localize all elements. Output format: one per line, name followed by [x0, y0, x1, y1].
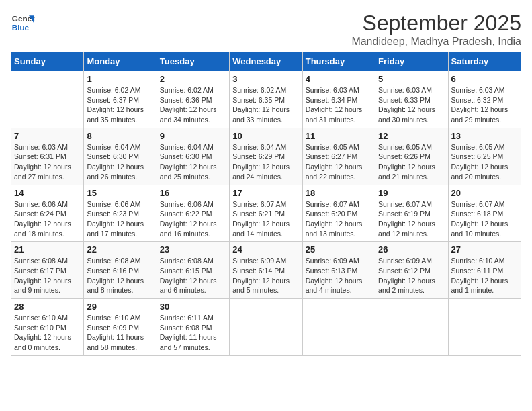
- day-info: Sunrise: 6:09 AM Sunset: 6:12 PM Dayligh…: [378, 256, 445, 295]
- day-number: 23: [160, 244, 226, 255]
- day-info: Sunrise: 6:06 AM Sunset: 6:23 PM Dayligh…: [87, 199, 153, 239]
- day-number: 22: [87, 244, 153, 255]
- day-number: 20: [451, 188, 518, 198]
- day-info: Sunrise: 6:10 AM Sunset: 6:11 PM Dayligh…: [451, 256, 518, 295]
- day-number: 8: [87, 131, 153, 141]
- calendar-day-cell: 27Sunrise: 6:10 AM Sunset: 6:11 PM Dayli…: [448, 242, 521, 299]
- day-info: Sunrise: 6:05 AM Sunset: 6:27 PM Dayligh…: [306, 142, 372, 182]
- calendar-day-cell: 13Sunrise: 6:05 AM Sunset: 6:25 PM Dayli…: [448, 128, 521, 185]
- day-info: Sunrise: 6:07 AM Sunset: 6:20 PM Dayligh…: [306, 199, 372, 239]
- day-info: Sunrise: 6:02 AM Sunset: 6:37 PM Dayligh…: [87, 85, 153, 125]
- month-title: September 2025: [351, 11, 521, 36]
- calendar-day-cell: 12Sunrise: 6:05 AM Sunset: 6:26 PM Dayli…: [375, 128, 448, 185]
- day-of-week-header: Sunday: [11, 52, 84, 71]
- day-info: Sunrise: 6:10 AM Sunset: 6:10 PM Dayligh…: [14, 313, 81, 353]
- calendar-day-cell: 18Sunrise: 6:07 AM Sunset: 6:20 PM Dayli…: [302, 185, 375, 242]
- day-info: Sunrise: 6:07 AM Sunset: 6:18 PM Dayligh…: [451, 199, 518, 239]
- day-info: Sunrise: 6:07 AM Sunset: 6:21 PM Dayligh…: [232, 199, 299, 239]
- day-number: 3: [232, 74, 299, 84]
- calendar-week-row: 1Sunrise: 6:02 AM Sunset: 6:37 PM Daylig…: [11, 71, 521, 128]
- calendar-week-row: 7Sunrise: 6:03 AM Sunset: 6:31 PM Daylig…: [11, 128, 521, 185]
- day-of-week-header: Thursday: [302, 52, 375, 71]
- day-info: Sunrise: 6:10 AM Sunset: 6:09 PM Dayligh…: [87, 313, 153, 353]
- calendar-day-cell: [230, 299, 302, 356]
- day-number: 29: [87, 302, 153, 312]
- calendar-day-cell: 20Sunrise: 6:07 AM Sunset: 6:18 PM Dayli…: [448, 185, 521, 242]
- day-info: Sunrise: 6:05 AM Sunset: 6:26 PM Dayligh…: [378, 142, 445, 182]
- day-info: Sunrise: 6:03 AM Sunset: 6:32 PM Dayligh…: [451, 85, 518, 125]
- day-info: Sunrise: 6:08 AM Sunset: 6:15 PM Dayligh…: [160, 256, 226, 295]
- day-number: 10: [232, 131, 299, 141]
- day-info: Sunrise: 6:06 AM Sunset: 6:24 PM Dayligh…: [14, 199, 81, 239]
- day-info: Sunrise: 6:04 AM Sunset: 6:30 PM Dayligh…: [87, 142, 153, 182]
- day-number: 28: [14, 302, 81, 312]
- calendar-day-cell: 30Sunrise: 6:11 AM Sunset: 6:08 PM Dayli…: [157, 299, 229, 356]
- calendar-week-row: 21Sunrise: 6:08 AM Sunset: 6:17 PM Dayli…: [11, 242, 521, 299]
- day-number: 14: [14, 188, 81, 198]
- day-info: Sunrise: 6:04 AM Sunset: 6:29 PM Dayligh…: [232, 142, 299, 182]
- calendar-day-cell: [11, 71, 84, 128]
- calendar-day-cell: 3Sunrise: 6:02 AM Sunset: 6:35 PM Daylig…: [230, 71, 302, 128]
- day-number: 25: [306, 244, 372, 255]
- page-header: General Blue September 2025 Mandideep, M…: [11, 11, 521, 48]
- logo-icon: General Blue: [11, 11, 35, 35]
- day-info: Sunrise: 6:02 AM Sunset: 6:36 PM Dayligh…: [160, 85, 226, 125]
- day-of-week-header: Tuesday: [157, 52, 229, 71]
- day-info: Sunrise: 6:09 AM Sunset: 6:13 PM Dayligh…: [306, 256, 372, 295]
- day-of-week-header: Friday: [375, 52, 448, 71]
- day-number: 16: [160, 188, 226, 198]
- calendar-day-cell: [375, 299, 448, 356]
- calendar-day-cell: 8Sunrise: 6:04 AM Sunset: 6:30 PM Daylig…: [84, 128, 157, 185]
- day-number: 19: [378, 188, 445, 198]
- day-number: 5: [378, 74, 445, 84]
- day-info: Sunrise: 6:08 AM Sunset: 6:17 PM Dayligh…: [14, 256, 81, 295]
- calendar-day-cell: 22Sunrise: 6:08 AM Sunset: 6:16 PM Dayli…: [84, 242, 157, 299]
- calendar-table: SundayMondayTuesdayWednesdayThursdayFrid…: [11, 52, 521, 356]
- calendar-day-cell: 28Sunrise: 6:10 AM Sunset: 6:10 PM Dayli…: [11, 299, 84, 356]
- day-number: 13: [451, 131, 518, 141]
- calendar-day-cell: 17Sunrise: 6:07 AM Sunset: 6:21 PM Dayli…: [230, 185, 302, 242]
- day-number: 11: [306, 131, 372, 141]
- day-number: 18: [306, 188, 372, 198]
- calendar-day-cell: 7Sunrise: 6:03 AM Sunset: 6:31 PM Daylig…: [11, 128, 84, 185]
- calendar-day-cell: 11Sunrise: 6:05 AM Sunset: 6:27 PM Dayli…: [302, 128, 375, 185]
- day-info: Sunrise: 6:03 AM Sunset: 6:31 PM Dayligh…: [14, 142, 81, 182]
- calendar-day-cell: 2Sunrise: 6:02 AM Sunset: 6:36 PM Daylig…: [157, 71, 229, 128]
- svg-text:Blue: Blue: [12, 23, 30, 32]
- calendar-day-cell: 15Sunrise: 6:06 AM Sunset: 6:23 PM Dayli…: [84, 185, 157, 242]
- day-number: 6: [451, 74, 518, 84]
- day-of-week-header: Saturday: [448, 52, 521, 71]
- day-number: 2: [160, 74, 226, 84]
- day-info: Sunrise: 6:08 AM Sunset: 6:16 PM Dayligh…: [87, 256, 153, 295]
- day-number: 1: [87, 74, 153, 84]
- day-info: Sunrise: 6:07 AM Sunset: 6:19 PM Dayligh…: [378, 199, 445, 239]
- day-number: 12: [378, 131, 445, 141]
- calendar-day-cell: [302, 299, 375, 356]
- calendar-header-row: SundayMondayTuesdayWednesdayThursdayFrid…: [11, 52, 521, 71]
- day-info: Sunrise: 6:05 AM Sunset: 6:25 PM Dayligh…: [451, 142, 518, 182]
- calendar-week-row: 28Sunrise: 6:10 AM Sunset: 6:10 PM Dayli…: [11, 299, 521, 356]
- calendar-day-cell: 26Sunrise: 6:09 AM Sunset: 6:12 PM Dayli…: [375, 242, 448, 299]
- day-of-week-header: Monday: [84, 52, 157, 71]
- day-of-week-header: Wednesday: [230, 52, 302, 71]
- calendar-week-row: 14Sunrise: 6:06 AM Sunset: 6:24 PM Dayli…: [11, 185, 521, 242]
- day-number: 30: [160, 302, 226, 312]
- day-info: Sunrise: 6:03 AM Sunset: 6:33 PM Dayligh…: [378, 85, 445, 125]
- calendar-day-cell: 4Sunrise: 6:03 AM Sunset: 6:34 PM Daylig…: [302, 71, 375, 128]
- day-number: 21: [14, 244, 81, 255]
- day-number: 9: [160, 131, 226, 141]
- day-number: 17: [232, 188, 299, 198]
- calendar-body: 1Sunrise: 6:02 AM Sunset: 6:37 PM Daylig…: [11, 71, 521, 356]
- calendar-day-cell: 25Sunrise: 6:09 AM Sunset: 6:13 PM Dayli…: [302, 242, 375, 299]
- calendar-day-cell: 1Sunrise: 6:02 AM Sunset: 6:37 PM Daylig…: [84, 71, 157, 128]
- calendar-day-cell: 14Sunrise: 6:06 AM Sunset: 6:24 PM Dayli…: [11, 185, 84, 242]
- calendar-day-cell: 9Sunrise: 6:04 AM Sunset: 6:30 PM Daylig…: [157, 128, 229, 185]
- day-number: 15: [87, 188, 153, 198]
- calendar-day-cell: 24Sunrise: 6:09 AM Sunset: 6:14 PM Dayli…: [230, 242, 302, 299]
- day-number: 4: [306, 74, 372, 84]
- day-info: Sunrise: 6:03 AM Sunset: 6:34 PM Dayligh…: [306, 85, 372, 125]
- calendar-day-cell: 21Sunrise: 6:08 AM Sunset: 6:17 PM Dayli…: [11, 242, 84, 299]
- calendar-day-cell: 16Sunrise: 6:06 AM Sunset: 6:22 PM Dayli…: [157, 185, 229, 242]
- location-title: Mandideep, Madhya Pradesh, India: [351, 36, 521, 48]
- calendar-day-cell: 5Sunrise: 6:03 AM Sunset: 6:33 PM Daylig…: [375, 71, 448, 128]
